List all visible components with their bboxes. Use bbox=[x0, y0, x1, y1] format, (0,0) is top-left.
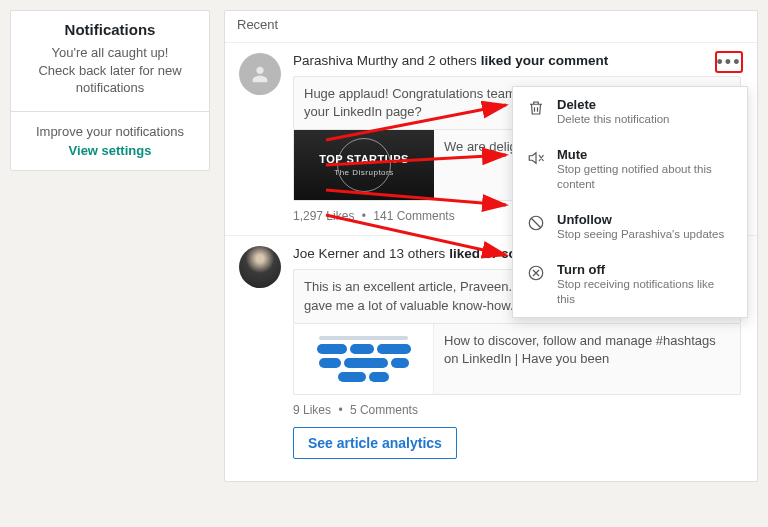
dropdown-subtitle: Stop getting notified about this content bbox=[557, 162, 735, 192]
turnoff-icon bbox=[525, 262, 547, 307]
dropdown-item-unfollow[interactable]: Unfollow Stop seeing Parashiva's updates bbox=[513, 202, 747, 252]
actor-names: Parashiva Murthy and 2 others bbox=[293, 53, 477, 68]
see-analytics-button[interactable]: See article analytics bbox=[293, 427, 457, 459]
mute-icon bbox=[525, 147, 547, 192]
caughtup-line1: You're all caught up! bbox=[52, 45, 169, 60]
action-text: liked your comment bbox=[481, 53, 609, 68]
notification-headline: Parashiva Murthy and 2 others liked your… bbox=[293, 53, 741, 68]
caughtup-line2: Check back later for new notifications bbox=[38, 63, 181, 96]
ellipsis-icon: ••• bbox=[717, 57, 742, 67]
trash-icon bbox=[525, 97, 547, 127]
dropdown-item-turnoff[interactable]: Turn off Stop receiving notifications li… bbox=[513, 252, 747, 317]
dropdown-title: Turn off bbox=[557, 262, 735, 277]
likes-count: 9 Likes bbox=[293, 403, 331, 417]
dropdown-subtitle: Delete this notification bbox=[557, 112, 735, 127]
dropdown-subtitle: Stop receiving notifications like this bbox=[557, 277, 735, 307]
media-preview[interactable]: How to discover, follow and manage #hash… bbox=[293, 324, 741, 395]
actor-names: Joe Kerner and 13 others bbox=[293, 246, 445, 261]
comments-count: 141 Comments bbox=[373, 209, 454, 223]
media-thumbnail: TOP STARTUPS The Disruptors bbox=[294, 130, 434, 200]
dropdown-title: Delete bbox=[557, 97, 735, 112]
dropdown-subtitle: Stop seeing Parashiva's updates bbox=[557, 227, 735, 242]
avatar-placeholder-icon bbox=[239, 53, 281, 95]
media-thumbnail bbox=[294, 324, 434, 394]
media-text: How to discover, follow and manage #hash… bbox=[434, 324, 740, 394]
view-settings-link[interactable]: View settings bbox=[23, 143, 197, 158]
unfollow-icon bbox=[525, 212, 547, 242]
engagement-stats: 9 Likes • 5 Comments bbox=[293, 403, 741, 417]
dropdown-title: Mute bbox=[557, 147, 735, 162]
more-options-button[interactable]: ••• bbox=[715, 51, 743, 73]
comments-count: 5 Comments bbox=[350, 403, 418, 417]
likes-count: 1,297 Likes bbox=[293, 209, 354, 223]
dropdown-item-delete[interactable]: Delete Delete this notification bbox=[513, 87, 747, 137]
dropdown-title: Unfollow bbox=[557, 212, 735, 227]
dropdown-item-mute[interactable]: Mute Stop getting notified about this co… bbox=[513, 137, 747, 202]
avatar bbox=[239, 246, 281, 288]
sidebar-caughtup: You're all caught up! Check back later f… bbox=[23, 44, 197, 97]
improve-text: Improve your notifications bbox=[23, 124, 197, 139]
sidebar-title: Notifications bbox=[23, 21, 197, 38]
recent-header: Recent bbox=[225, 11, 757, 42]
notification-options-dropdown: Delete Delete this notification Mute Sto… bbox=[512, 86, 748, 318]
